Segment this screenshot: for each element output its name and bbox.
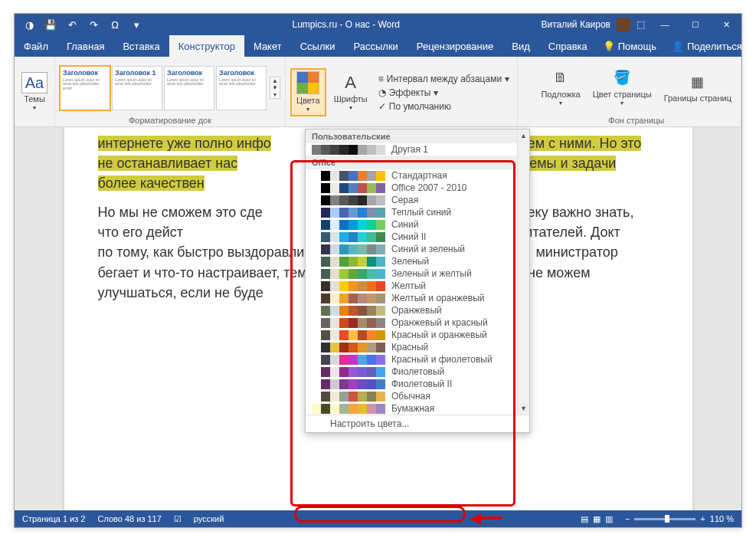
paragraph-spacing-button[interactable]: ≡ Интервал между абзацами ▾ xyxy=(375,73,512,85)
view-web-layout[interactable]: ▥ xyxy=(605,514,613,524)
autosave-toggle[interactable]: ◑ xyxy=(19,19,39,31)
color-theme-row[interactable]: Фиолетовый xyxy=(306,366,517,378)
color-theme-row[interactable]: Зеленый и желтый xyxy=(306,267,517,280)
ribbon: Aa Темы▾ ЗаголовокLorem ipsum dolor sit … xyxy=(15,57,741,127)
color-theme-row[interactable]: Зеленый xyxy=(306,255,517,267)
color-theme-row[interactable]: Оранжевый и красный xyxy=(306,316,517,329)
page-borders-button[interactable]: ▦Границы страниц xyxy=(659,70,736,104)
tab-mailings[interactable]: Рассылки xyxy=(344,35,407,57)
color-theme-row[interactable]: Теплый синий xyxy=(306,206,517,218)
color-theme-label: Красный xyxy=(391,342,428,352)
color-theme-label: Другая 1 xyxy=(391,144,428,155)
color-theme-row[interactable]: Обычная xyxy=(306,390,517,402)
gallery-thumb[interactable]: Заголовок 1Lorem ipsum dolor sit amet te… xyxy=(112,66,162,110)
redo-button[interactable]: ↷ xyxy=(83,19,103,31)
color-swatch xyxy=(312,379,385,389)
colors-button[interactable]: Цвета▾ xyxy=(290,68,326,116)
tab-references[interactable]: Ссылки xyxy=(291,35,345,57)
view-print-layout[interactable]: ▦ xyxy=(593,514,601,524)
zoom-out-button[interactable]: − xyxy=(625,514,630,523)
customize-colors-button[interactable]: Настроить цвета... xyxy=(306,415,529,432)
zoom-slider[interactable] xyxy=(634,518,695,520)
gallery-thumb[interactable]: ЗаголовокLorem ipsum dolor sit amet text… xyxy=(216,66,267,110)
color-theme-row[interactable]: Оранжевый xyxy=(306,304,517,316)
qat-more[interactable]: ▾ xyxy=(126,19,146,31)
tab-file[interactable]: Файл xyxy=(15,35,57,57)
dropdown-scrollbar[interactable]: ▲ ▼ xyxy=(517,130,529,415)
tab-view[interactable]: Вид xyxy=(502,35,539,57)
tab-home[interactable]: Главная xyxy=(57,35,113,57)
color-theme-label: Синий и зеленый xyxy=(391,244,465,254)
color-theme-label: Фиолетовый II xyxy=(391,379,452,389)
color-theme-row[interactable]: Фиолетовый II xyxy=(306,378,517,390)
scroll-up-icon[interactable]: ▲ xyxy=(518,130,529,142)
save-button[interactable]: 💾 xyxy=(41,19,61,31)
gallery-more[interactable]: ▾ xyxy=(270,91,280,98)
annotation-arrow: ◀━━━ xyxy=(470,510,500,526)
themes-button[interactable]: Aa Темы▾ xyxy=(19,71,50,113)
watermark-icon: 🗎 xyxy=(550,68,571,88)
close-button[interactable]: ✕ xyxy=(711,20,741,30)
word-count[interactable]: Слово 48 из 117 xyxy=(97,514,161,523)
symbol-button[interactable]: Ω xyxy=(105,19,125,31)
share-button[interactable]: 👤 Поделиться xyxy=(666,41,748,52)
color-swatch xyxy=(312,281,385,291)
zoom-level[interactable]: 110 % xyxy=(710,514,734,523)
color-theme-row[interactable]: Красный и оранжевый xyxy=(306,329,517,341)
user-name[interactable]: Виталий Каиров xyxy=(541,19,610,30)
color-swatch xyxy=(312,208,385,218)
color-theme-row[interactable]: Другая 1 xyxy=(306,143,517,156)
tab-review[interactable]: Рецензирование xyxy=(407,35,502,57)
effects-button[interactable]: ◔ Эффекты ▾ xyxy=(375,87,512,99)
color-theme-label: Синий xyxy=(391,219,418,230)
undo-button[interactable]: ↶ xyxy=(62,19,82,31)
color-theme-row[interactable]: Красный xyxy=(306,341,517,353)
ribbon-tabs: Файл Главная Вставка Конструктор Макет С… xyxy=(15,35,741,57)
style-gallery: ЗаголовокLorem ipsum dolor sit amet text… xyxy=(60,66,267,110)
maximize-button[interactable]: ☐ xyxy=(680,20,711,30)
view-read-mode[interactable]: ▤ xyxy=(581,514,588,524)
group-label-page-bg: Фон страницы xyxy=(536,116,736,125)
gallery-up[interactable]: ▲ xyxy=(270,77,280,84)
color-theme-row[interactable]: Бумажная xyxy=(306,402,517,415)
color-theme-row[interactable]: Синий xyxy=(306,218,517,231)
page-indicator[interactable]: Страница 1 из 2 xyxy=(22,514,85,523)
scroll-down-icon[interactable]: ▼ xyxy=(518,402,529,415)
user-avatar[interactable] xyxy=(617,18,630,31)
gallery-thumb[interactable]: ЗаголовокLorem ipsum dolor sit amet text… xyxy=(164,66,214,110)
page-color-button[interactable]: 🪣Цвет страницы▾ xyxy=(588,67,656,109)
color-theme-row[interactable]: Синий и зеленый xyxy=(306,243,517,255)
color-theme-row[interactable]: Office 2007 - 2010 xyxy=(306,182,517,194)
watermark-button[interactable]: 🗎Подложка▾ xyxy=(536,67,584,109)
minimize-button[interactable]: — xyxy=(650,20,680,30)
tab-help[interactable]: Справка xyxy=(539,35,597,57)
tab-insert[interactable]: Вставка xyxy=(113,35,169,57)
gallery-down[interactable]: ▼ xyxy=(270,84,280,91)
color-swatch xyxy=(312,269,385,279)
color-swatch xyxy=(312,220,385,230)
set-default-button[interactable]: ✓ По умолчанию xyxy=(375,100,512,113)
spell-check-icon[interactable]: ☑ xyxy=(174,514,182,524)
tell-me-button[interactable]: 💡 Помощь xyxy=(597,41,663,52)
tab-layout[interactable]: Макет xyxy=(244,35,291,57)
color-theme-row[interactable]: Красный и фиолетовый xyxy=(306,353,517,366)
language-indicator[interactable]: русский xyxy=(194,514,224,523)
ribbon-display-options[interactable]: ⬚ xyxy=(637,19,645,30)
titlebar: ◑ 💾 ↶ ↷ Ω ▾ Lumpics.ru - О нас - Word Ви… xyxy=(15,14,741,35)
color-swatch xyxy=(312,195,385,205)
window-title: Lumpics.ru - О нас - Word xyxy=(151,19,541,30)
color-theme-label: Обычная xyxy=(391,391,430,402)
color-theme-row[interactable]: Серая xyxy=(306,194,517,206)
color-theme-row[interactable]: Желтый xyxy=(306,280,517,292)
gallery-thumb[interactable]: ЗаголовокLorem ipsum dolor sit amet text… xyxy=(60,66,110,110)
group-label-formatting: Форматирование док xyxy=(60,116,280,125)
fonts-button[interactable]: A Шрифты▾ xyxy=(329,71,372,113)
color-theme-label: Оранжевый и красный xyxy=(391,317,488,328)
color-theme-row[interactable]: Желтый и оранжевый xyxy=(306,292,517,304)
tab-design[interactable]: Конструктор xyxy=(169,35,244,57)
color-theme-label: Зеленый и желтый xyxy=(391,268,472,279)
color-theme-row[interactable]: Синий II xyxy=(306,231,517,243)
color-theme-row[interactable]: Стандартная xyxy=(306,169,517,182)
zoom-in-button[interactable]: + xyxy=(700,514,705,523)
color-theme-label: Бумажная xyxy=(391,403,434,414)
